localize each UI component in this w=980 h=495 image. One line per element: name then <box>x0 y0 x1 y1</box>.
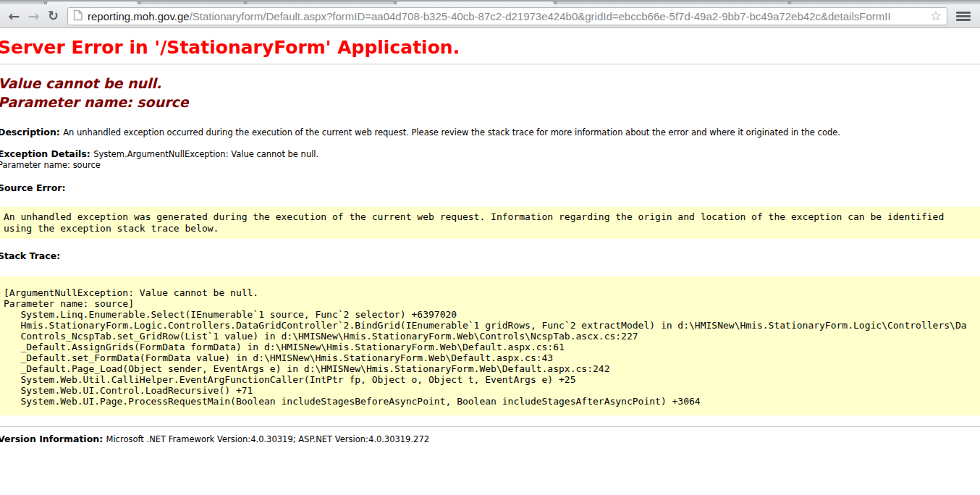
divider <box>0 64 980 64</box>
address-bar[interactable]: reporting.moh.gov.ge/Stationaryform/Defa… <box>67 7 947 25</box>
description-section: Description: An unhandled exception occu… <box>0 127 980 138</box>
forward-icon[interactable]: → <box>24 9 43 23</box>
browser-tab[interactable] <box>140 1 245 4</box>
browser-tab[interactable] <box>556 1 789 4</box>
stack-trace-box: [ArgumentNullException: Value cannot be … <box>0 276 980 415</box>
menu-icon[interactable] <box>955 10 972 22</box>
menu-bar <box>956 19 971 21</box>
error-page: Server Error in '/StationaryForm' Applic… <box>0 38 980 445</box>
error-title: Server Error in '/StationaryForm' Applic… <box>0 38 980 59</box>
bookmark-star-icon[interactable]: ☆ <box>930 9 942 22</box>
description-label: Description: <box>0 127 63 138</box>
browser-tab[interactable] <box>246 1 394 4</box>
url-path: /Stationaryform/Default.aspx?formID=aa04… <box>190 10 891 22</box>
source-error-box: An unhandled exception was generated dur… <box>0 207 980 239</box>
url-domain: reporting.moh.gov.ge <box>88 10 190 22</box>
url-text: reporting.moh.gov.ge/Stationaryform/Defa… <box>88 10 926 22</box>
exception-details-section: Exception Details: System.ArgumentNullEx… <box>0 148 980 171</box>
exception-details-line2: Parameter name: source <box>0 160 980 171</box>
browser-tab[interactable] <box>46 1 138 4</box>
version-info-text: Microsoft .NET Framework Version:4.0.303… <box>106 434 430 444</box>
version-info-label: Version Information: <box>0 433 106 444</box>
browser-tab[interactable] <box>790 1 980 4</box>
stack-trace-label: Stack Trace: <box>0 250 60 261</box>
menu-bar <box>956 15 971 17</box>
error-subtitle-line2: Parameter name: source <box>0 93 980 111</box>
stack-trace-section: Stack Trace: <box>0 250 980 262</box>
source-error-section: Source Error: <box>0 182 980 194</box>
divider <box>0 426 980 427</box>
browser-tab-strip <box>0 0 980 4</box>
error-subtitle-line1: Value cannot be null. <box>0 74 980 93</box>
source-error-label: Source Error: <box>0 182 66 193</box>
exception-details-label: Exception Details: <box>0 148 93 159</box>
description-text: An unhandled exception occurred during t… <box>63 127 840 138</box>
reload-icon[interactable]: ↻ <box>43 9 63 22</box>
exception-details-text: System.ArgumentNullException: Value cann… <box>93 149 318 159</box>
menu-bar <box>956 12 971 14</box>
page-icon <box>73 9 83 23</box>
back-icon[interactable]: ← <box>4 9 24 23</box>
browser-tab[interactable] <box>0 1 45 4</box>
error-subtitle: Value cannot be null. Parameter name: so… <box>0 74 980 111</box>
version-info-section: Version Information: Microsoft .NET Fram… <box>0 433 980 445</box>
browser-toolbar: ← → ↻ reporting.moh.gov.ge/Stationaryfor… <box>0 4 980 28</box>
browser-tab[interactable] <box>396 1 554 4</box>
